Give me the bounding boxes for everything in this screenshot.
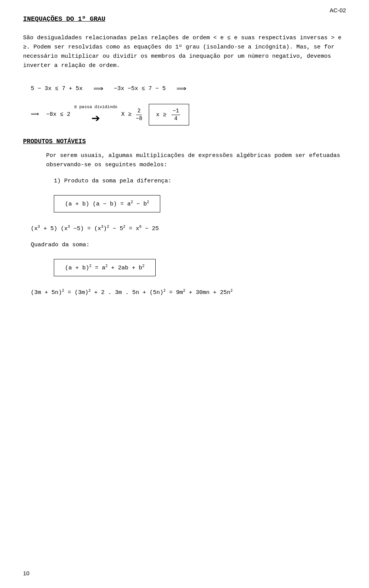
example1-expr: (x3 + 5) (x3 −5) = (x3)2 − 52 = x6 − 25 xyxy=(31,225,346,232)
example-line2: ⟹ −8x ≤ 2 8 passa dividindo ➔ X ≥ 2 −8 x… xyxy=(31,103,346,127)
section2-title: PRODUTOS NOTÁVEIS xyxy=(23,138,346,145)
arrow2: ⟹ xyxy=(168,82,186,96)
section2-block: PRODUTOS NOTÁVEIS Por serem usuais, algu… xyxy=(23,138,346,296)
page-number: 10 xyxy=(23,570,30,576)
x-ge-label: X ≥ xyxy=(121,109,131,120)
example2-expr: (3m + 5n)2 = (3m)2 + 2 . 3m . 5n + (5n)2… xyxy=(31,289,346,296)
box-frac-num: −1 xyxy=(171,107,180,115)
section1-paragraph: São desigualdades relacionadas pelas rel… xyxy=(23,33,346,70)
section1-title: INEQUAÇÕES DO 1º GRAU xyxy=(23,15,346,23)
expr-part2: −3x −5x ≤ 7 − 5 xyxy=(114,83,166,95)
formula2-box: (a + b)2 = a2 + 2ab + b2 xyxy=(54,259,156,276)
box-x-label: x ≥ xyxy=(156,112,166,118)
item1-label: 1) Produto da soma pela diferença: xyxy=(54,177,346,186)
formula2-text: (a + b)2 = a2 + 2ab + b2 xyxy=(65,265,145,271)
passa-dividindo-col: 8 passa dividindo ➔ xyxy=(74,103,117,127)
frac-denominator: −8 xyxy=(135,115,143,122)
formula1-text: (a + b) (a − b) = a2 − b2 xyxy=(65,201,149,207)
example-line1: 5 − 3x ≤ 7 + 5x ⟹ −3x −5x ≤ 7 − 5 ⟹ xyxy=(31,82,346,96)
passa-label: 8 passa dividindo xyxy=(74,103,117,111)
item2-label: Quadrado da soma: xyxy=(31,241,346,250)
section2-intro: Por serem usuais, algumas multiplicações… xyxy=(46,151,346,170)
result-box: x ≥ −1 4 xyxy=(149,104,189,125)
example-block: 5 − 3x ≤ 7 + 5x ⟹ −3x −5x ≤ 7 − 5 ⟹ ⟹ −8… xyxy=(31,82,346,127)
expr-minus8x: −8x ≤ 2 xyxy=(46,109,70,120)
fraction-2-over-neg8: 2 −8 xyxy=(135,107,143,122)
box-frac-den: 4 xyxy=(173,115,178,122)
formula1-box: (a + b) (a − b) = a2 − b2 xyxy=(54,195,160,212)
page-id: AC-02 xyxy=(329,7,346,13)
box-fraction: −1 4 xyxy=(171,107,180,122)
arrow1: ⟹ xyxy=(85,82,111,96)
expr-part1: 5 − 3x ≤ 7 + 5x xyxy=(31,83,83,95)
frac-numerator: 2 xyxy=(136,107,141,115)
big-arrow-icon: ➔ xyxy=(91,112,100,127)
arrow3: ⟹ xyxy=(31,109,46,120)
